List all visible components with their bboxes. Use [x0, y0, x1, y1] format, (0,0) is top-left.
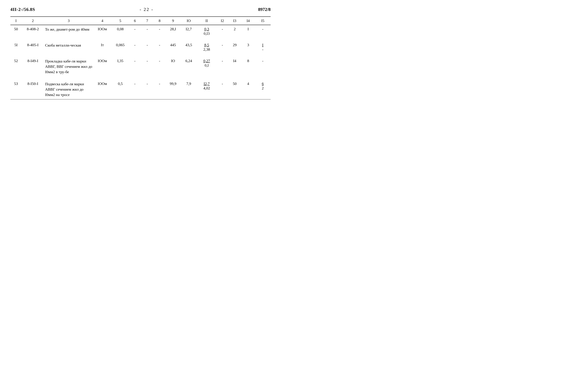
table-row: 528-I49-IПрокладка кабе-ля марки АВВГ, В…	[10, 57, 271, 76]
page-header: 4II-2-/56.8S - 22 - 8972/8	[10, 7, 271, 13]
cell-c15: I-	[255, 41, 271, 53]
cell-row-num: 52	[10, 57, 22, 76]
col-header-13: I3	[228, 17, 242, 25]
cell-c10: I2,7	[181, 25, 197, 37]
col-header-4: 4	[94, 17, 111, 25]
cell-row-num: 5I	[10, 41, 22, 53]
cell-c14: 4	[241, 80, 255, 99]
cell-code: 8-I50-I	[22, 80, 44, 99]
cell-code: 8-405-I	[22, 41, 44, 53]
table-row: 5I8-405-IСкоба металли-ческаяIт0,065---4…	[10, 41, 271, 53]
col-header-14: I4	[241, 17, 255, 25]
col-header-10: IO	[181, 17, 197, 25]
col-header-5: 5	[111, 17, 129, 25]
cell-c12: -	[217, 57, 228, 76]
col-header-8: 8	[154, 17, 165, 25]
cell-c6: -	[129, 41, 140, 53]
cell-c11: 0,30,I3	[197, 25, 217, 37]
table-row: 538-I50-IПодвеска кабе-ля марки АВВГ сеч…	[10, 80, 271, 99]
cell-c14: 8	[241, 57, 255, 76]
cell-c8: -	[154, 41, 165, 53]
table-row: 508-408-2То же, диамет-ром до 40ммIOOм0,…	[10, 25, 271, 37]
cell-c10: 6,24	[181, 57, 197, 76]
cell-c15: 62	[255, 80, 271, 99]
cell-c8: -	[154, 80, 165, 99]
col-header-15: I5	[255, 17, 271, 25]
cell-c9: 445	[165, 41, 181, 53]
cell-c11: I2,74,02	[197, 80, 217, 99]
col-header-2: 2	[22, 17, 44, 25]
cell-c15: -	[255, 25, 271, 37]
cell-c7: -	[140, 25, 154, 37]
page-number: - 22 -	[140, 7, 153, 12]
cell-c10: 7,9	[181, 80, 197, 99]
cell-unit: Iт	[94, 41, 111, 53]
cell-c12: -	[217, 80, 228, 99]
cell-unit: IOOм	[94, 80, 111, 99]
cell-c7: -	[140, 41, 154, 53]
cell-row-num: 53	[10, 80, 22, 99]
cell-description: То же, диамет-ром до 40мм	[44, 25, 93, 37]
doc-code-left: 4II-2-/56.8S	[10, 7, 35, 12]
col-header-11: II	[197, 17, 217, 25]
row-spacer	[10, 76, 271, 80]
row-spacer	[10, 53, 271, 57]
row-spacer	[10, 37, 271, 41]
cell-c8: -	[154, 25, 165, 37]
cell-code: 8-I49-I	[22, 57, 44, 76]
cell-c5: 0,08	[111, 25, 129, 37]
cell-code: 8-408-2	[22, 25, 44, 37]
cell-c10: 43,5	[181, 41, 197, 53]
col-header-7: 7	[140, 17, 154, 25]
cell-c13: 50	[228, 80, 242, 99]
cell-c5: 0,065	[111, 41, 129, 53]
main-table: I 2 3 4 5 6 7 8 9 IO II I2 I3 I4 I5 508-…	[10, 16, 271, 100]
cell-c6: -	[129, 80, 140, 99]
cell-c6: -	[129, 57, 140, 76]
cell-description: Подвеска кабе-ля марки АВВГ сечением жил…	[44, 80, 93, 99]
col-header-1: I	[10, 17, 22, 25]
cell-unit: IOOм	[94, 57, 111, 76]
cell-c9: 28,I	[165, 25, 181, 37]
col-header-12: I2	[217, 17, 228, 25]
cell-c12: -	[217, 41, 228, 53]
cell-c13: I4	[228, 57, 242, 76]
column-header-row: I 2 3 4 5 6 7 8 9 IO II I2 I3 I4 I5	[10, 17, 271, 25]
cell-c11: 0,270,I	[197, 57, 217, 76]
cell-unit: IOOм	[94, 25, 111, 37]
cell-c9: IO	[165, 57, 181, 76]
cell-c15: -	[255, 57, 271, 76]
col-header-3: 3	[44, 17, 93, 25]
cell-c5: 0,5	[111, 80, 129, 99]
cell-c13: 2	[228, 25, 242, 37]
cell-c12: -	[217, 25, 228, 37]
cell-c9: 99,9	[165, 80, 181, 99]
cell-c11: 8,52,38	[197, 41, 217, 53]
cell-c13: 29	[228, 41, 242, 53]
cell-c14: 3	[241, 41, 255, 53]
cell-c5: I,35	[111, 57, 129, 76]
doc-code-right: 8972/8	[258, 7, 271, 12]
cell-description: Прокладка кабе-ля марки АВВГ, ВВГ сечени…	[44, 57, 93, 76]
cell-c8: -	[154, 57, 165, 76]
cell-c14: I	[241, 25, 255, 37]
cell-c7: -	[140, 57, 154, 76]
cell-description: Скоба металли-ческая	[44, 41, 93, 53]
cell-row-num: 50	[10, 25, 22, 37]
col-header-9: 9	[165, 17, 181, 25]
col-header-6: 6	[129, 17, 140, 25]
cell-c7: -	[140, 80, 154, 99]
cell-c6: -	[129, 25, 140, 37]
